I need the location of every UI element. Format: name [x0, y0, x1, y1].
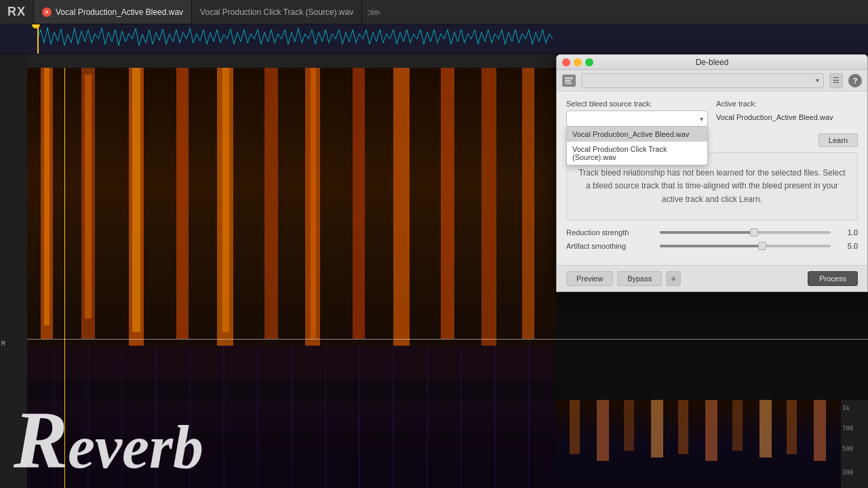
svg-rect-52: [787, 400, 797, 454]
artifact-smoothing-label: Artifact smoothing: [566, 242, 654, 250]
traffic-lights: [562, 58, 593, 66]
svg-text:300: 300: [842, 469, 853, 476]
tab-label-1: Vocal Production_Active Bleed.wav: [56, 7, 183, 17]
bypass-button[interactable]: Bypass: [617, 271, 662, 286]
svg-rect-51: [760, 400, 772, 458]
svg-rect-10: [264, 54, 278, 339]
svg-rect-48: [678, 400, 688, 454]
process-button[interactable]: Process: [808, 271, 858, 286]
horizontal-line: [27, 339, 868, 340]
spectrogram-svg: M: [0, 54, 556, 488]
dropdown-arrow: ▾: [700, 115, 703, 123]
debleed-panel: De-bleed ▾ ☰ ?: [556, 54, 868, 292]
svg-rect-9: [222, 61, 229, 332]
preset-arrow: ▾: [816, 77, 819, 84]
svg-rect-53: [814, 400, 826, 461]
svg-rect-37: [27, 54, 556, 68]
tab-label-2: Vocal Production Click Track (Source).wa…: [200, 7, 353, 17]
svg-rect-44: [570, 400, 580, 454]
svg-rect-17: [522, 54, 534, 339]
main-content: M De-bleed: [0, 54, 868, 488]
svg-rect-46: [624, 400, 634, 451]
reduction-strength-thumb[interactable]: [750, 228, 758, 237]
artifact-smoothing-track[interactable]: [660, 245, 831, 247]
active-track-value: Vocal Production_Active Bleed.wav: [716, 110, 858, 124]
panel-toolbar: ▾ ☰ ?: [557, 70, 867, 92]
svg-rect-13: [353, 54, 365, 339]
preset-svg-icon: [564, 77, 574, 85]
svg-rect-49: [705, 400, 717, 461]
panel-footer: Preview Bypass + Process: [557, 265, 867, 291]
bleed-source-dropdown[interactable]: ▾: [566, 110, 708, 127]
preset-selector[interactable]: ▾: [581, 73, 824, 88]
artifact-smoothing-value: 5.0: [836, 242, 858, 250]
bleed-source-dropdown-wrapper: ▾ Vocal Production_Active Bleed.wav Voca…: [566, 110, 708, 127]
maximize-traffic-light[interactable]: [585, 58, 593, 66]
svg-rect-16: [481, 54, 496, 346]
reduction-strength-value: 1.0: [836, 228, 858, 237]
learn-button[interactable]: Learn: [818, 134, 858, 147]
waveform-bar[interactable]: [0, 24, 868, 54]
list-icon-label: ☰: [833, 76, 840, 85]
artifact-smoothing-fill: [660, 245, 762, 247]
svg-rect-50: [732, 400, 743, 451]
tab-close-button[interactable]: ✕: [42, 7, 52, 17]
svg-rect-42: [565, 83, 572, 84]
preset-icon: [562, 75, 576, 87]
svg-rect-38: [0, 54, 27, 488]
help-button[interactable]: ?: [848, 74, 862, 87]
bleed-source-label: Select bleed source track:: [566, 100, 708, 108]
bottom-strip-svg: 1k 700 500 300: [556, 400, 868, 488]
playhead-line: [64, 68, 65, 488]
active-track-label: Active track:: [716, 100, 858, 108]
svg-rect-47: [651, 400, 663, 458]
svg-rect-6: [132, 61, 140, 332]
svg-rect-45: [597, 400, 609, 461]
panel-body: Select bleed source track: ▾ Vocal Produ…: [557, 92, 867, 265]
minimize-traffic-light[interactable]: [574, 58, 582, 66]
svg-text:700: 700: [842, 425, 853, 432]
waveform-svg: [0, 24, 868, 54]
svg-text:1k: 1k: [842, 405, 850, 411]
dropdown-item-1[interactable]: Vocal Production_Active Bleed.wav: [567, 127, 707, 142]
svg-rect-40: [565, 77, 573, 79]
plus-button[interactable]: +: [666, 271, 681, 286]
active-track-col: Active track: Vocal Production_Active Bl…: [716, 100, 858, 124]
reduction-strength-label: Reduction strength: [566, 228, 654, 237]
preset-list-button[interactable]: ☰: [829, 73, 843, 88]
svg-rect-15: [441, 54, 454, 339]
svg-rect-14: [393, 54, 410, 346]
artifact-smoothing-thumb[interactable]: [758, 242, 766, 250]
svg-rect-4: [85, 75, 92, 319]
top-bar: RX ✕ Vocal Production_Active Bleed.wav V…: [0, 0, 868, 24]
tab-active[interactable]: ✕ Vocal Production_Active Bleed.wav: [34, 0, 192, 24]
svg-rect-2: [44, 68, 50, 325]
svg-text:500: 500: [842, 445, 853, 452]
svg-text:M: M: [1, 340, 5, 347]
help-label: ?: [853, 77, 858, 85]
track-selection-row: Select bleed source track: ▾ Vocal Produ…: [566, 100, 858, 127]
dropdown-menu[interactable]: Vocal Production_Active Bleed.wav Vocal …: [566, 127, 708, 165]
preview-button[interactable]: Preview: [566, 271, 613, 286]
reduction-strength-track[interactable]: [660, 231, 831, 234]
info-message: Track bleed relationship has not been le…: [578, 167, 846, 206]
sliders-section: Reduction strength 1.0 Artifact smoothin…: [566, 228, 858, 250]
tab-2[interactable]: Vocal Production Click Track (Source).wa…: [192, 0, 362, 24]
bottom-strip: 1k 700 500 300: [556, 400, 868, 488]
reduction-strength-fill: [660, 231, 754, 234]
panel-title-bar: De-bleed: [557, 55, 867, 70]
playhead-marker: [37, 24, 39, 54]
svg-rect-7: [176, 54, 189, 339]
panel-title: De-bleed: [696, 58, 729, 67]
close-traffic-light[interactable]: [562, 58, 570, 66]
svg-rect-41: [565, 80, 571, 82]
svg-rect-12: [311, 68, 316, 339]
dropdown-item-2[interactable]: Vocal Production Click Track (Source).wa…: [567, 142, 707, 165]
app-logo: RX: [0, 0, 34, 24]
bleed-source-col: Select bleed source track: ▾ Vocal Produ…: [566, 100, 708, 127]
reduction-strength-row: Reduction strength 1.0: [566, 228, 858, 237]
artifact-smoothing-row: Artifact smoothing 5.0: [566, 242, 858, 250]
tab-overflow[interactable]: ⋙: [362, 7, 387, 18]
